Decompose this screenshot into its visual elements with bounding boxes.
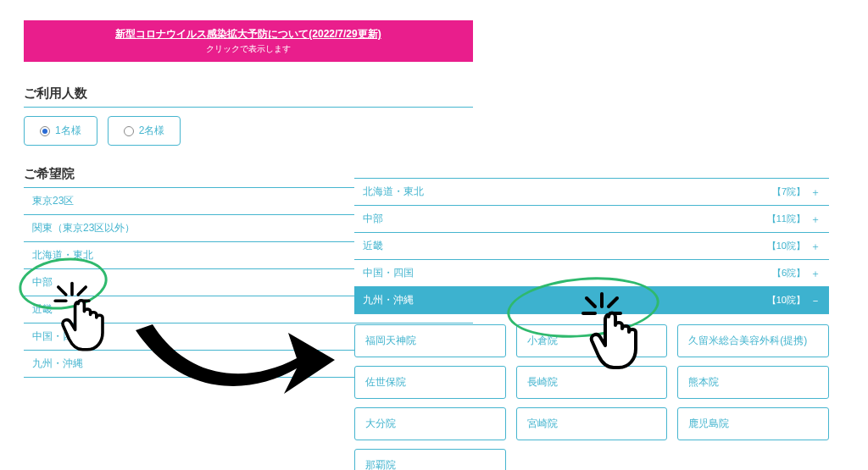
region-label: 近畿 xyxy=(363,239,383,253)
region-label: 中部 xyxy=(32,275,53,290)
region-item-kyushu-okinawa-selected[interactable]: 九州・沖縄 【10院】－ xyxy=(354,287,829,314)
plus-icon: ＋ xyxy=(810,241,821,252)
region-label: 関東（東京23区以外） xyxy=(32,221,135,235)
people-radio-group: 1名様 2名様 xyxy=(24,116,473,146)
clinic-oita[interactable]: 大分院 xyxy=(354,407,506,440)
clinic-kokura[interactable]: 小倉院 xyxy=(516,324,668,357)
region-list-right: 北海道・東北 【7院】＋ 中部 【11院】＋ 近畿 【10院】＋ 中国・四国 【… xyxy=(354,178,829,314)
region-label: 中部 xyxy=(363,212,383,226)
region-count: 【10院】 xyxy=(767,240,805,252)
clinic-miyazaki[interactable]: 宮崎院 xyxy=(516,407,668,440)
region-count: 【7院】 xyxy=(772,185,805,198)
region-item-chugoku-shikoku[interactable]: 中国・四国 【6院】＋ xyxy=(354,260,829,287)
section-title-people: ご利用人数 xyxy=(24,86,473,102)
region-count: 【6院】 xyxy=(772,267,805,279)
right-panel: 北海道・東北 【7院】＋ 中部 【11院】＋ 近畿 【10院】＋ 中国・四国 【… xyxy=(354,178,829,470)
clinic-kumamoto[interactable]: 熊本院 xyxy=(677,366,829,399)
notice-banner-line2: クリックで表示します xyxy=(32,43,465,55)
radio-dot-icon xyxy=(40,126,50,136)
region-item-kinki[interactable]: 近畿 【10院】＋ xyxy=(354,233,829,260)
region-count: 【10院】 xyxy=(767,294,805,307)
plus-icon: ＋ xyxy=(810,268,821,279)
divider xyxy=(24,107,473,108)
region-label: 北海道・東北 xyxy=(32,248,93,263)
region-label: 東京23区 xyxy=(32,194,74,208)
clinic-naha[interactable]: 那覇院 xyxy=(354,449,506,470)
radio-1person[interactable]: 1名様 xyxy=(24,116,97,146)
minus-icon: － xyxy=(810,296,821,306)
region-label: 近畿 xyxy=(32,302,53,317)
region-count: 【11院】 xyxy=(767,213,805,225)
clinic-nagasaki[interactable]: 長崎院 xyxy=(516,366,668,399)
plus-icon: ＋ xyxy=(810,187,821,197)
clinic-kagoshima[interactable]: 鹿児島院 xyxy=(677,407,829,440)
radio-2person[interactable]: 2名様 xyxy=(108,116,181,146)
radio-dot-icon xyxy=(124,126,134,136)
region-label: 九州・沖縄 xyxy=(363,293,414,307)
region-item-chubu[interactable]: 中部 【11院】＋ xyxy=(354,206,829,233)
clinic-grid: 福岡天神院 小倉院 久留米総合美容外科(提携) 佐世保院 長崎院 熊本院 大分院… xyxy=(354,324,829,470)
notice-banner-line1: 新型コロナウイルス感染拡大予防について(2022/7/29更新) xyxy=(32,27,465,41)
radio-label: 2名様 xyxy=(139,124,165,138)
clinic-kurume[interactable]: 久留米総合美容外科(提携) xyxy=(677,324,829,357)
region-item-hokkaido-tohoku[interactable]: 北海道・東北 【7院】＋ xyxy=(354,179,829,206)
plus-icon: ＋ xyxy=(810,214,821,224)
clinic-sasebo[interactable]: 佐世保院 xyxy=(354,366,506,399)
clinic-fukuoka-tenjin[interactable]: 福岡天神院 xyxy=(354,324,506,357)
radio-label: 1名様 xyxy=(55,124,81,138)
region-label: 北海道・東北 xyxy=(363,185,424,199)
region-label: 中国・四国 xyxy=(32,329,83,344)
notice-banner[interactable]: 新型コロナウイルス感染拡大予防について(2022/7/29更新) クリックで表示… xyxy=(24,20,473,62)
region-label: 中国・四国 xyxy=(363,266,414,280)
region-label: 九州・沖縄 xyxy=(32,357,83,371)
